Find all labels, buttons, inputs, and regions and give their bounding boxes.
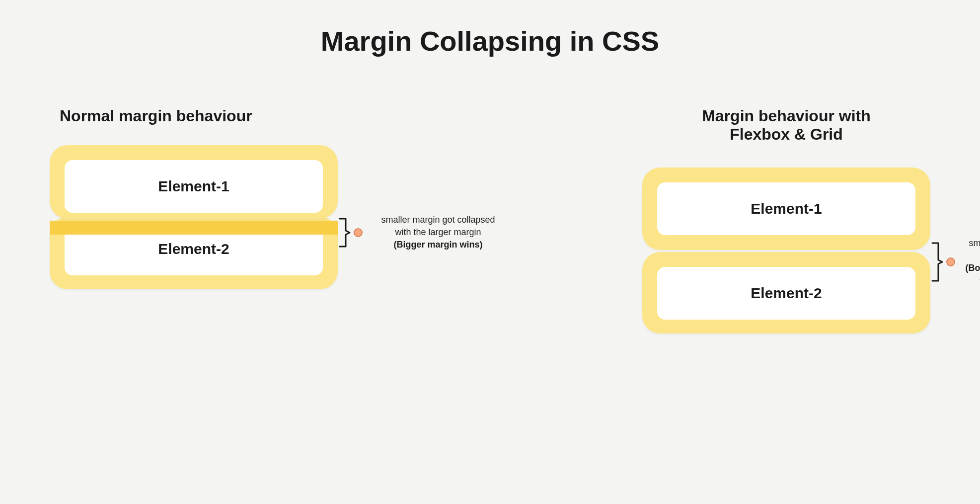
left-outer-box-top: Element-1: [50, 145, 338, 219]
right-outer-box-top: Element-1: [642, 168, 930, 250]
left-callout: smaller margin got collapsed with the la…: [339, 214, 508, 252]
normal-margin-diagram: Normal margin behaviour Element-1 Elemen…: [50, 107, 338, 334]
callout-dot-icon: [354, 228, 363, 237]
callout-text-line: with the larger margin: [395, 227, 481, 237]
right-callout-text: smaller margin gets added with the large…: [961, 237, 980, 287]
page-title: Margin Collapsing in CSS: [30, 25, 950, 57]
right-subtitle: Margin behaviour with Flexbox & Grid: [642, 107, 930, 144]
callout-text-bold: (Both margin values get added: [965, 263, 980, 273]
subtitle-line: Margin behaviour with: [702, 107, 871, 125]
left-subtitle: Normal margin behaviour: [50, 107, 338, 125]
callout-dot-icon: [946, 257, 955, 266]
subtitle-line: Flexbox & Grid: [730, 125, 843, 143]
left-callout-text: smaller margin got collapsed with the la…: [369, 214, 508, 252]
bracket-icon: [339, 218, 351, 248]
callout-text-line: smaller margin got collapsed: [381, 215, 495, 225]
right-element-2: Element-2: [657, 267, 915, 320]
collapsed-margin-bar: [50, 221, 338, 235]
left-element-1: Element-1: [65, 160, 323, 213]
right-callout: smaller margin gets added with the large…: [931, 237, 980, 287]
right-box-stack: Element-1 Element-2 smaller margin gets …: [642, 168, 930, 334]
callout-text-line: smaller margin gets added with: [969, 238, 980, 248]
callout-text-bold: (Bigger margin wins): [393, 240, 482, 250]
bracket-icon: [931, 242, 943, 282]
right-element-1: Element-1: [657, 182, 915, 235]
flexbox-grid-margin-diagram: Margin behaviour with Flexbox & Grid Ele…: [642, 107, 930, 334]
left-box-stack: Element-1 Element-2 smaller margin got c…: [50, 145, 338, 289]
right-outer-box-bottom: Element-2: [642, 252, 930, 334]
diagrams-container: Normal margin behaviour Element-1 Elemen…: [30, 107, 950, 334]
